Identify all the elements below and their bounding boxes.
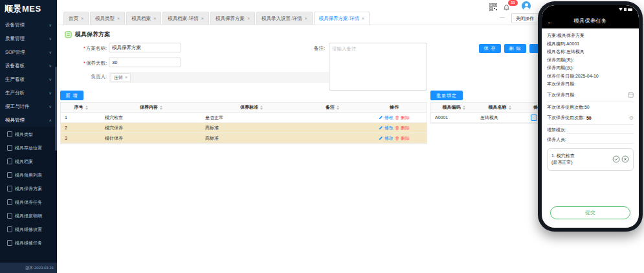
field-underline xyxy=(566,142,634,144)
tab-mold-type[interactable]: 模具类型× xyxy=(90,12,125,25)
table-row[interactable]: 2 模穴保养 高标准 修改 删除 xyxy=(61,123,427,133)
sidebar-item-mold-location[interactable]: 模具存放位置 xyxy=(0,141,57,155)
edit-link[interactable]: 修改 xyxy=(384,115,394,121)
sidebar-item-mold-repair-settings[interactable]: 模具维修设置 xyxy=(0,223,57,236)
edit-pencil-icon[interactable] xyxy=(379,136,383,140)
tab-maintenance-plan-detail[interactable]: 模具保养方案-详情× xyxy=(314,12,370,25)
tab-mold-entry-settings-detail[interactable]: 模具录入设置-详情× xyxy=(256,12,313,25)
delete-trash-icon[interactable] xyxy=(395,136,399,141)
sidebar-item-mold-scrap-detail[interactable]: 模具报废明细 xyxy=(0,209,57,223)
tab-maintenance-plan[interactable]: 模具保养方案× xyxy=(210,12,255,25)
col-header-remark[interactable]: 备注 xyxy=(302,104,363,111)
next-date-field[interactable]: 下次保养日期: xyxy=(547,89,634,102)
close-icon[interactable]: × xyxy=(117,16,120,21)
delete-link[interactable]: 删除 xyxy=(401,135,410,142)
gear-icon[interactable]: ⚙ xyxy=(629,115,634,121)
delete-trash-icon[interactable] xyxy=(395,126,399,131)
phone-screen: 模具保养任务 ← 方案:模具保养方案 模具编码:A0001 模具名称:压铸模具 … xyxy=(542,5,639,228)
sidebar-item-mold-archive[interactable]: 模具档案 xyxy=(0,155,57,168)
delete-link[interactable]: 删除 xyxy=(401,115,410,121)
task-item-text: 1. 模穴检查 (是否正常) xyxy=(551,153,575,166)
col-header-standard[interactable]: 保养标准 xyxy=(201,104,302,111)
plan-name-input[interactable] xyxy=(109,43,181,52)
col-header-content[interactable]: 保养内容 xyxy=(101,104,201,111)
page-title-row: 模具保养方案 xyxy=(65,30,110,39)
sidebar-item-equipment-board[interactable]: 设备看板∨ xyxy=(0,59,57,72)
sidebar-item-mold-maintenance-plan[interactable]: 模具保养方案 xyxy=(0,182,57,195)
close-icon[interactable]: × xyxy=(247,16,250,21)
batch-bind-button[interactable]: 批量绑定 xyxy=(430,91,463,100)
close-icon[interactable]: × xyxy=(304,16,307,21)
save-button[interactable]: 保 存 xyxy=(479,44,501,53)
table-row[interactable]: 1 模穴检查 是否正常 修改 删除 xyxy=(61,113,427,123)
sort-icon[interactable] xyxy=(260,105,263,110)
table-row[interactable]: 3 模针保养 高标准 修改 删除 xyxy=(61,133,427,144)
col-header-mold-code[interactable]: 模具编码 xyxy=(431,104,476,111)
close-icon[interactable]: × xyxy=(201,16,204,21)
sidebar-item-mold-maintenance-task[interactable]: 模具保养任务 xyxy=(0,195,57,209)
document-icon xyxy=(7,145,12,151)
sidebar-scrollbar[interactable] xyxy=(55,67,57,151)
sort-icon[interactable] xyxy=(160,105,162,110)
add-count-field[interactable]: 增加模次: xyxy=(547,125,634,135)
action-icon[interactable] xyxy=(531,115,537,121)
sidebar-item-mold-repair-task[interactable]: 模具维修任务 xyxy=(0,236,57,250)
tag-close-icon[interactable]: × xyxy=(125,75,128,80)
tab-home[interactable]: 首页× xyxy=(63,12,89,25)
sidebar-item-sop[interactable]: SOP管理∨ xyxy=(0,45,57,59)
chevron-up-icon: ∧ xyxy=(49,118,52,122)
delete-button[interactable]: 删 除 xyxy=(504,44,526,53)
col-header-no[interactable]: 序号 xyxy=(61,104,101,111)
close-icon[interactable]: × xyxy=(153,16,156,21)
document-icon xyxy=(7,226,12,232)
sidebar-item-mold-type[interactable]: 模具类型 xyxy=(0,127,57,141)
chevron-down-icon: ∨ xyxy=(49,63,52,68)
sidebar-item-equipment[interactable]: 设备管理∨ xyxy=(0,18,57,32)
edit-link[interactable]: 修改 xyxy=(384,135,394,142)
tab-mold-archive[interactable]: 模具档案× xyxy=(126,12,161,25)
next-count-value: 50 xyxy=(586,116,592,120)
sort-icon[interactable] xyxy=(509,105,511,110)
sort-icon[interactable] xyxy=(85,105,88,110)
tab-mold-archive-detail[interactable]: 模具档案-详情× xyxy=(162,12,209,25)
maintenance-days-label: *保养天数: xyxy=(67,60,107,67)
owner-label: 负责人: xyxy=(67,74,107,80)
close-icon[interactable]: × xyxy=(362,16,364,21)
edit-pencil-icon[interactable] xyxy=(379,115,383,120)
sidebar-item-quality[interactable]: 质量管理∨ xyxy=(0,32,57,45)
phone-header: 模具保养任务 ← xyxy=(542,14,639,28)
delete-link[interactable]: 删除 xyxy=(401,125,410,131)
field-mold-name: 模具名称:压铸模具 xyxy=(547,48,634,56)
sort-icon[interactable] xyxy=(463,105,465,110)
sidebar-item-production-board[interactable]: 生产看板∨ xyxy=(0,72,57,86)
sidebar-item-piecework[interactable]: 报工与计件∨ xyxy=(0,100,57,113)
plan-name-label: *方案名称: xyxy=(67,45,107,52)
sort-icon[interactable] xyxy=(337,105,339,110)
edit-link[interactable]: 修改 xyxy=(384,125,394,131)
next-count-field[interactable]: 下次保养使用次数: 50 ⚙ xyxy=(547,112,634,125)
row-actions: 修改 删除 xyxy=(363,135,425,142)
calendar-icon[interactable] xyxy=(628,92,634,98)
sidebar-item-mold-management[interactable]: 模具管理∧ xyxy=(0,113,57,127)
col-header-mold-name[interactable]: 模具名称 xyxy=(476,104,523,111)
document-icon xyxy=(7,240,12,246)
field-mold-code: 模具编码:A0001 xyxy=(547,40,634,49)
submit-button[interactable]: 提交 xyxy=(550,206,630,219)
minimize-icon[interactable]: — xyxy=(500,14,505,20)
notification-badge: 59 xyxy=(508,0,518,6)
cross-circle-icon[interactable] xyxy=(621,155,629,163)
sidebar-item-production-analysis[interactable]: 生产分析∨ xyxy=(0,86,57,100)
check-circle-icon[interactable] xyxy=(612,155,620,163)
avatar[interactable] xyxy=(522,1,531,10)
task-item-card[interactable]: 1. 模穴检查 (是否正常) xyxy=(547,148,634,171)
add-row-button[interactable]: 新 增 xyxy=(60,91,83,100)
delete-trash-icon[interactable] xyxy=(395,115,399,120)
wifi-icon xyxy=(624,8,627,11)
personnel-field[interactable]: 保养人员: xyxy=(547,135,634,145)
table-row[interactable]: A0001 压铸模具 xyxy=(431,113,554,123)
maintenance-days-input[interactable] xyxy=(109,58,181,67)
remark-textarea[interactable] xyxy=(329,43,427,91)
close-icon[interactable]: × xyxy=(81,16,83,21)
edit-pencil-icon[interactable] xyxy=(379,126,383,130)
sidebar-item-mold-borrow-list[interactable]: 模具领用列表 xyxy=(0,168,57,182)
